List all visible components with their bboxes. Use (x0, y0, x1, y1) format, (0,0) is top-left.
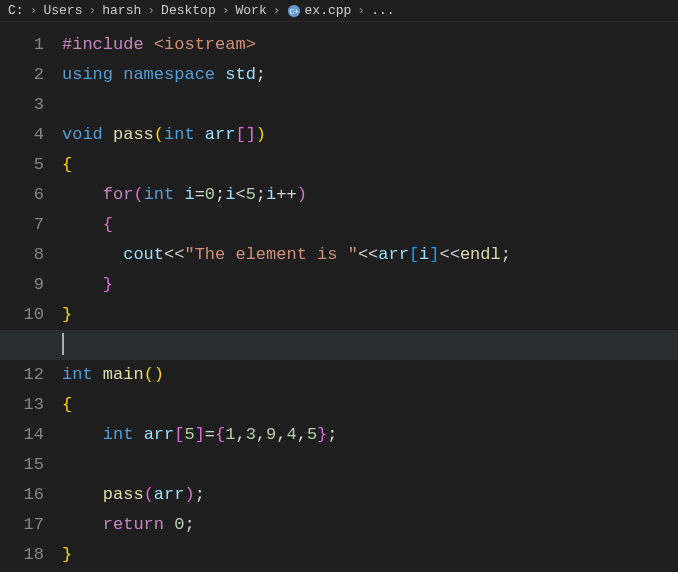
code-line[interactable]: #include <iostream> (62, 30, 678, 60)
line-number-gutter: 1 2 3 4 5 6 7 8 9 10 11 12 13 14 15 16 1… (0, 22, 62, 572)
line-number[interactable]: 8 (0, 240, 44, 270)
code-content[interactable]: #include <iostream> using namespace std;… (62, 22, 678, 572)
chevron-right-icon: › (147, 3, 155, 18)
code-line[interactable]: int arr[5]={1,3,9,4,5}; (62, 420, 678, 450)
breadcrumb[interactable]: C: › Users › harsh › Desktop › Work › C+… (0, 0, 678, 22)
line-number[interactable]: 9 (0, 270, 44, 300)
line-number[interactable]: 10 (0, 300, 44, 330)
line-number[interactable]: 2 (0, 60, 44, 90)
code-line[interactable]: int main() (62, 360, 678, 390)
line-number[interactable]: 17 (0, 510, 44, 540)
line-number[interactable]: 6 (0, 180, 44, 210)
code-line[interactable]: pass(arr); (62, 480, 678, 510)
code-line[interactable]: void pass(int arr[]) (62, 120, 678, 150)
code-line[interactable] (62, 90, 678, 120)
text-cursor (62, 333, 64, 355)
code-line[interactable]: { (62, 390, 678, 420)
breadcrumb-item[interactable]: Desktop (161, 3, 216, 18)
chevron-right-icon: › (30, 3, 38, 18)
breadcrumb-item[interactable]: C: (8, 3, 24, 18)
line-number[interactable]: 5 (0, 150, 44, 180)
code-line[interactable]: { (62, 150, 678, 180)
code-line[interactable]: } (62, 300, 678, 330)
line-number[interactable]: 18 (0, 540, 44, 570)
cpp-file-icon: C+ (287, 4, 301, 18)
line-number[interactable]: 3 (0, 90, 44, 120)
code-line[interactable]: } (62, 540, 678, 570)
breadcrumb-item[interactable]: Work (236, 3, 267, 18)
line-number[interactable]: 13 (0, 390, 44, 420)
code-line[interactable]: for(int i=0;i<5;i++) (62, 180, 678, 210)
chevron-right-icon: › (222, 3, 230, 18)
code-line-current[interactable] (0, 330, 678, 360)
breadcrumb-file[interactable]: ex.cpp (305, 3, 352, 18)
code-editor[interactable]: 1 2 3 4 5 6 7 8 9 10 11 12 13 14 15 16 1… (0, 22, 678, 572)
chevron-right-icon: › (88, 3, 96, 18)
line-number[interactable]: 16 (0, 480, 44, 510)
line-number[interactable]: 14 (0, 420, 44, 450)
line-number[interactable]: 15 (0, 450, 44, 480)
breadcrumb-trail[interactable]: ... (371, 3, 394, 18)
line-number[interactable]: 7 (0, 210, 44, 240)
code-line[interactable]: } (62, 270, 678, 300)
breadcrumb-item[interactable]: harsh (102, 3, 141, 18)
chevron-right-icon: › (357, 3, 365, 18)
line-number[interactable]: 12 (0, 360, 44, 390)
code-line[interactable]: cout<<"The element is "<<arr[i]<<endl; (62, 240, 678, 270)
line-number[interactable]: 4 (0, 120, 44, 150)
code-line[interactable] (62, 450, 678, 480)
line-number[interactable]: 1 (0, 30, 44, 60)
code-line[interactable]: { (62, 210, 678, 240)
svg-text:C+: C+ (289, 7, 298, 14)
code-line[interactable]: using namespace std; (62, 60, 678, 90)
chevron-right-icon: › (273, 3, 281, 18)
code-line[interactable]: return 0; (62, 510, 678, 540)
breadcrumb-item[interactable]: Users (43, 3, 82, 18)
